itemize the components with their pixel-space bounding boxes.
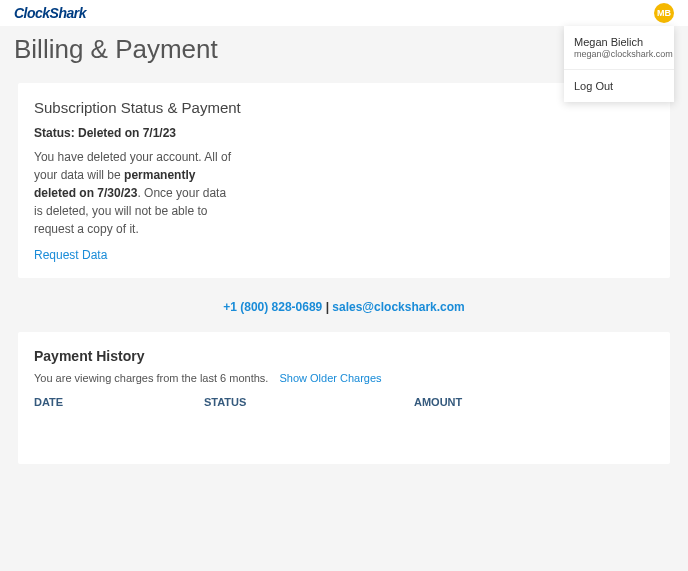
user-info: Megan Bielich megan@clockshark.com bbox=[564, 26, 674, 69]
column-status: STATUS bbox=[204, 396, 414, 408]
subscription-title: Subscription Status & Payment bbox=[34, 99, 654, 116]
logout-button[interactable]: Log Out bbox=[564, 70, 674, 102]
contact-phone[interactable]: +1 (800) 828-0689 bbox=[223, 300, 322, 314]
user-name: Megan Bielich bbox=[574, 36, 664, 48]
status-label: Status: Deleted on 7/1/23 bbox=[34, 126, 654, 140]
table-header: DATE STATUS AMOUNT bbox=[34, 396, 654, 448]
app-header: ClockShark MB bbox=[0, 0, 688, 26]
show-older-link[interactable]: Show Older Charges bbox=[279, 372, 381, 384]
request-data-link[interactable]: Request Data bbox=[34, 248, 654, 262]
user-email: megan@clockshark.com bbox=[574, 49, 664, 59]
contact-email[interactable]: sales@clockshark.com bbox=[332, 300, 464, 314]
contact-bar: +1 (800) 828-0689 | sales@clockshark.com bbox=[0, 296, 688, 332]
user-avatar[interactable]: MB bbox=[654, 3, 674, 23]
user-dropdown: Megan Bielich megan@clockshark.com Log O… bbox=[564, 26, 674, 102]
logo: ClockShark bbox=[14, 5, 86, 21]
history-title: Payment History bbox=[34, 348, 654, 364]
column-date: DATE bbox=[34, 396, 204, 408]
payment-history-card: Payment History You are viewing charges … bbox=[18, 332, 670, 464]
status-description: You have deleted your account. All of yo… bbox=[34, 148, 234, 238]
subscription-card: Subscription Status & Payment Status: De… bbox=[18, 83, 670, 278]
history-subtitle: You are viewing charges from the last 6 … bbox=[34, 372, 654, 384]
column-amount: AMOUNT bbox=[414, 396, 654, 408]
